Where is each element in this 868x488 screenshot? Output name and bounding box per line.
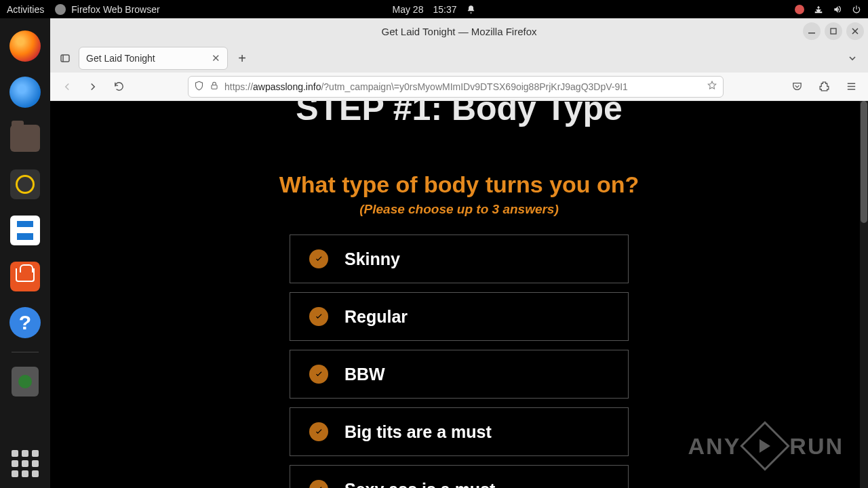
- maximize-button[interactable]: [825, 22, 842, 40]
- watermark: ANY RUN: [688, 428, 844, 464]
- check-icon: [309, 307, 328, 326]
- firefox-icon: [55, 4, 66, 15]
- window-title: Get Laid Tonight — Mozilla Firefox: [382, 26, 537, 37]
- option-item[interactable]: Skinny: [290, 235, 629, 283]
- firefox-window: Get Laid Tonight — Mozilla Firefox Get L…: [50, 18, 868, 488]
- svg-rect-1: [831, 28, 836, 34]
- option-label: Regular: [344, 307, 408, 327]
- dock-apps-grid[interactable]: [12, 450, 39, 477]
- reload-button[interactable]: [108, 77, 129, 97]
- watermark-text-right: RUN: [789, 433, 844, 460]
- dock-thunderbird[interactable]: [8, 75, 42, 109]
- svg-rect-0: [808, 33, 815, 34]
- volume-icon[interactable]: [833, 5, 842, 14]
- dock-help[interactable]: ?: [8, 306, 42, 340]
- clock[interactable]: May 28 15:37: [393, 4, 476, 15]
- step-title: STEP #1: Body Type: [296, 101, 623, 128]
- url-bar[interactable]: https://awpasslong.info/?utm_campaign\=y…: [188, 76, 724, 98]
- menu-button[interactable]: [841, 77, 861, 97]
- bookmark-star-icon[interactable]: [707, 80, 717, 93]
- power-icon[interactable]: [852, 5, 861, 14]
- status-indicator-icon[interactable]: [795, 5, 804, 14]
- notification-bell-icon: [466, 5, 475, 14]
- page-content: STEP #1: Body Type What type of body tur…: [50, 101, 868, 488]
- check-icon: [309, 422, 328, 441]
- options-list: Skinny Regular BBW Big tits are a must S…: [290, 235, 629, 488]
- tab-active[interactable]: Get Laid Tonight ✕: [79, 47, 228, 70]
- check-icon: [309, 480, 328, 488]
- pocket-button[interactable]: [787, 77, 807, 97]
- new-tab-button[interactable]: +: [232, 48, 252, 68]
- question-heading: What type of body turns you on?: [279, 171, 639, 198]
- tab-title: Get Laid Tonight: [86, 53, 155, 64]
- scrollbar-track[interactable]: [860, 101, 868, 488]
- forward-button[interactable]: [83, 77, 103, 97]
- option-label: BBW: [344, 365, 385, 384]
- lock-icon[interactable]: [210, 81, 219, 92]
- question-hint: (Please choose up to 3 answers): [359, 202, 559, 217]
- url-text: https://awpasslong.info/?utm_campaign\=y…: [224, 81, 701, 92]
- current-app-indicator[interactable]: Firefox Web Browser: [55, 4, 159, 15]
- check-icon: [309, 365, 328, 384]
- svg-rect-2: [61, 55, 69, 62]
- titlebar: Get Laid Tonight — Mozilla Firefox: [50, 18, 868, 44]
- dock-divider: [12, 352, 39, 352]
- option-item[interactable]: BBW: [290, 350, 629, 399]
- option-label: Sexy ass is a must: [344, 480, 495, 489]
- svg-rect-3: [212, 85, 217, 89]
- current-app-label: Firefox Web Browser: [71, 4, 159, 15]
- play-icon: [741, 421, 791, 471]
- tab-close-icon[interactable]: ✕: [212, 52, 220, 64]
- tracking-shield-icon[interactable]: [194, 81, 204, 93]
- network-icon[interactable]: [814, 5, 823, 14]
- option-item[interactable]: Regular: [290, 292, 629, 341]
- date-label: May 28: [393, 4, 424, 15]
- time-label: 15:37: [433, 4, 456, 15]
- scrollbar-thumb[interactable]: [861, 101, 867, 223]
- dock-trash[interactable]: [8, 365, 42, 399]
- option-label: Big tits are a must: [344, 422, 492, 442]
- option-label: Skinny: [344, 249, 400, 269]
- gnome-top-bar: Activities Firefox Web Browser May 28 15…: [0, 0, 868, 18]
- dock-software[interactable]: [8, 260, 42, 293]
- dock-files[interactable]: [8, 121, 42, 155]
- option-item[interactable]: Big tits are a must: [290, 407, 629, 456]
- tab-bar: Get Laid Tonight ✕ +: [50, 44, 868, 73]
- extensions-button[interactable]: [814, 77, 834, 97]
- minimize-button[interactable]: [803, 22, 821, 40]
- dock-firefox[interactable]: [8, 29, 42, 63]
- activities-button[interactable]: Activities: [7, 4, 44, 15]
- check-icon: [309, 249, 328, 268]
- close-button[interactable]: [846, 22, 864, 40]
- dock-libreoffice[interactable]: [8, 214, 42, 247]
- all-tabs-button[interactable]: [842, 48, 863, 68]
- watermark-text-left: ANY: [688, 433, 741, 460]
- navigation-bar: https://awpasslong.info/?utm_campaign\=y…: [50, 73, 868, 101]
- back-button[interactable]: [57, 77, 77, 97]
- dock: ?: [0, 18, 50, 488]
- option-item[interactable]: Sexy ass is a must: [290, 465, 629, 488]
- tab-list-button[interactable]: [56, 49, 75, 68]
- dock-rhythmbox[interactable]: [8, 167, 42, 201]
